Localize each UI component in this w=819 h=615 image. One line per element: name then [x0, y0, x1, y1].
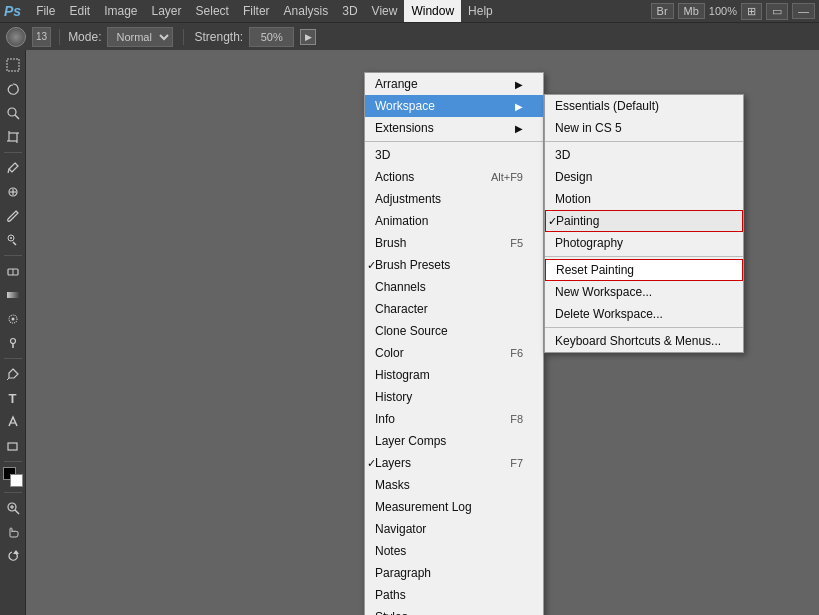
menu-adjustments[interactable]: Adjustments: [365, 188, 543, 210]
menu-workspace[interactable]: Workspace ▶: [365, 95, 543, 117]
bridge-button[interactable]: Br: [651, 3, 674, 19]
tool-pen[interactable]: [2, 363, 24, 385]
menu-color[interactable]: Color F6: [365, 342, 543, 364]
tool-eraser[interactable]: [2, 260, 24, 282]
menu-navigator[interactable]: Navigator: [365, 518, 543, 540]
workspace-keyboard-shortcuts[interactable]: Keyboard Shortcuts & Menus...: [545, 330, 743, 352]
menu-file[interactable]: File: [29, 0, 62, 22]
menu-filter[interactable]: Filter: [236, 0, 277, 22]
tool-lasso[interactable]: [2, 78, 24, 100]
brush-preview[interactable]: [6, 27, 26, 47]
workspace-3d[interactable]: 3D: [545, 144, 743, 166]
menu-clone-source[interactable]: Clone Source: [365, 320, 543, 342]
menu-measurement-log[interactable]: Measurement Log: [365, 496, 543, 518]
menu-view[interactable]: View: [365, 0, 405, 22]
menu-paragraph[interactable]: Paragraph: [365, 562, 543, 584]
workspace-reset-painting[interactable]: Reset Painting: [545, 259, 743, 281]
tool-dodge[interactable]: [2, 332, 24, 354]
tool-crop[interactable]: [2, 126, 24, 148]
minimize-button[interactable]: —: [792, 3, 815, 19]
menu-arrange[interactable]: Arrange ▶: [365, 73, 543, 95]
tool-type[interactable]: T: [2, 387, 24, 409]
background-color: [10, 474, 23, 487]
workspace-painting[interactable]: ✓ Painting: [545, 210, 743, 232]
mode-select[interactable]: Normal: [107, 27, 173, 47]
tool-gradient[interactable]: [2, 284, 24, 306]
brush-size-control[interactable]: 13: [32, 27, 51, 47]
zoom-level: 100%: [709, 5, 737, 17]
strength-arrow[interactable]: ▶: [300, 29, 316, 45]
menu-paths[interactable]: Paths: [365, 584, 543, 606]
tool-brush[interactable]: [2, 205, 24, 227]
separator-1: [59, 29, 60, 45]
workspace-motion[interactable]: Motion: [545, 188, 743, 210]
tool-divider-2: [4, 255, 22, 256]
svg-rect-22: [8, 443, 17, 450]
minibridge-button[interactable]: Mb: [678, 3, 705, 19]
menu-3d[interactable]: 3D: [335, 0, 364, 22]
app-logo: Ps: [4, 3, 21, 19]
tool-marquee[interactable]: [2, 54, 24, 76]
workspace-essentials[interactable]: Essentials (Default): [545, 95, 743, 117]
workspace-new-cs5[interactable]: New in CS 5: [545, 117, 743, 139]
menu-styles[interactable]: Styles: [365, 606, 543, 615]
menu-help[interactable]: Help: [461, 0, 500, 22]
tool-quick-select[interactable]: [2, 102, 24, 124]
menu-info[interactable]: Info F8: [365, 408, 543, 430]
tool-clone[interactable]: [2, 229, 24, 251]
menu-layer-comps[interactable]: Layer Comps: [365, 430, 543, 452]
tool-zoom[interactable]: [2, 497, 24, 519]
workspace-new[interactable]: New Workspace...: [545, 281, 743, 303]
svg-point-1: [8, 108, 16, 116]
menu-masks[interactable]: Masks: [365, 474, 543, 496]
svg-line-7: [8, 169, 9, 173]
arrange-button-2[interactable]: ▭: [766, 3, 788, 20]
menu-histogram[interactable]: Histogram: [365, 364, 543, 386]
menu-layer[interactable]: Layer: [145, 0, 189, 22]
menu-3d[interactable]: 3D: [365, 144, 543, 166]
tool-swatches[interactable]: [2, 466, 24, 488]
menu-image[interactable]: Image: [97, 0, 144, 22]
arrange-button-1[interactable]: ⊞: [741, 3, 762, 20]
separator-2: [183, 29, 184, 45]
menu-actions[interactable]: Actions Alt+F9: [365, 166, 543, 188]
color-shortcut: F6: [510, 347, 523, 359]
info-shortcut: F8: [510, 413, 523, 425]
menu-notes[interactable]: Notes: [365, 540, 543, 562]
extensions-arrow: ▶: [515, 123, 523, 134]
menu-layers[interactable]: ✓ Layers F7: [365, 452, 543, 474]
tool-shape[interactable]: [2, 435, 24, 457]
menu-history[interactable]: History: [365, 386, 543, 408]
workspace-photography[interactable]: Photography: [545, 232, 743, 254]
tool-hand[interactable]: [2, 521, 24, 543]
color-swatches: [3, 467, 23, 487]
layers-check: ✓: [367, 457, 376, 470]
tool-rotate[interactable]: [2, 545, 24, 567]
menu-character[interactable]: Character: [365, 298, 543, 320]
strength-value[interactable]: 50%: [249, 27, 294, 47]
actions-shortcut: Alt+F9: [491, 171, 523, 183]
tool-eyedropper[interactable]: [2, 157, 24, 179]
menu-brush[interactable]: Brush F5: [365, 232, 543, 254]
menu-channels[interactable]: Channels: [365, 276, 543, 298]
menu-edit[interactable]: Edit: [62, 0, 97, 22]
tool-divider-1: [4, 152, 22, 153]
workspace-delete[interactable]: Delete Workspace...: [545, 303, 743, 325]
tool-spot-heal[interactable]: [2, 181, 24, 203]
menu-analysis[interactable]: Analysis: [277, 0, 336, 22]
painting-check: ✓: [548, 215, 557, 228]
menu-window[interactable]: Window: [404, 0, 461, 22]
menu-select[interactable]: Select: [189, 0, 236, 22]
window-menu-dropdown: Arrange ▶ Workspace ▶ Extensions ▶ 3D Ac…: [364, 72, 544, 615]
ws-sep-1: [545, 141, 743, 142]
canvas-area: Arrange ▶ Workspace ▶ Extensions ▶ 3D Ac…: [26, 50, 819, 615]
menu-animation[interactable]: Animation: [365, 210, 543, 232]
tool-blur[interactable]: [2, 308, 24, 330]
tool-path-select[interactable]: [2, 411, 24, 433]
workspace-design[interactable]: Design: [545, 166, 743, 188]
menu-extensions[interactable]: Extensions ▶: [365, 117, 543, 139]
svg-marker-27: [13, 550, 19, 554]
brush-shortcut: F5: [510, 237, 523, 249]
menu-brush-presets[interactable]: ✓ Brush Presets: [365, 254, 543, 276]
options-bar: 13 Mode: Normal Strength: 50% ▶: [0, 22, 819, 50]
